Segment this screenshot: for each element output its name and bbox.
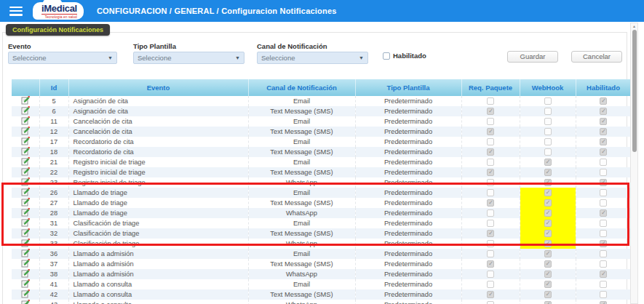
cell-canal: Text Message (SMS) <box>248 198 355 208</box>
app-bar: iMedical Tecnología en salud CONFIGURACI… <box>0 0 644 22</box>
edit-row-button[interactable] <box>21 279 30 288</box>
table-row: 42Llamado a consultaText Message (SMS)Pr… <box>12 289 631 300</box>
edit-icon <box>21 289 30 298</box>
edit-row-button[interactable] <box>21 259 30 268</box>
cell-tipo-plantilla: Predeterminado <box>355 269 461 279</box>
edit-icon <box>21 96 30 105</box>
cell-evento: Cancelación de cita <box>68 127 248 137</box>
cell-evento: Clasificación de triage <box>68 228 248 239</box>
edit-row-button[interactable] <box>21 96 30 105</box>
habilitado-row-checkbox <box>600 301 607 304</box>
evento-select[interactable]: Seleccione ▼ <box>8 52 117 64</box>
table-row: 36Llamado a admisiónEmailPredeterminado <box>12 249 631 259</box>
edit-row-button[interactable] <box>21 177 30 186</box>
habilitado-row-checkbox <box>600 159 607 166</box>
scrollbar-thumb[interactable] <box>632 30 637 152</box>
table-row: 11Cancelación de citaEmailPredeterminado <box>12 116 631 127</box>
edit-row-button[interactable] <box>21 137 30 145</box>
edit-icon <box>21 106 30 115</box>
cell-canal: Email <box>248 137 355 147</box>
edit-row-button[interactable] <box>21 157 30 166</box>
habilitado-row-checkbox <box>600 230 607 237</box>
edit-row-button[interactable] <box>21 269 30 278</box>
cell-evento: Llamado a consulta <box>68 279 248 289</box>
webhook-checkbox <box>544 97 552 105</box>
edit-row-button[interactable] <box>21 198 30 207</box>
edit-row-button[interactable] <box>21 239 30 247</box>
table-row: 28Llamado de triageWhatsAppPredeterminad… <box>12 208 631 218</box>
edit-row-button[interactable] <box>21 116 30 125</box>
column-header-webhook: WebHook <box>520 79 576 96</box>
cell-canal: Text Message (SMS) <box>248 228 355 239</box>
edit-row-button[interactable] <box>21 289 30 298</box>
cell-tipo-plantilla: Predeterminado <box>355 289 461 300</box>
canal-notificacion-select[interactable]: Seleccione ▼ <box>257 52 368 64</box>
cell-id: 12 <box>39 127 68 137</box>
edit-row-button[interactable] <box>21 228 30 237</box>
edit-row-button[interactable] <box>21 147 30 156</box>
edit-row-button[interactable] <box>21 208 30 217</box>
cell-tipo-plantilla: Predeterminado <box>355 259 461 269</box>
table-row: 21Registro inicial de triageEmailPredete… <box>12 157 631 167</box>
cell-id: 37 <box>39 259 68 269</box>
cell-evento: Recordatorio de cita <box>68 147 248 157</box>
cell-id: 38 <box>39 269 68 279</box>
habilitado-checkbox[interactable] <box>383 52 390 60</box>
edit-icon <box>21 279 30 288</box>
table-row: 26Llamado de triageEmailPredeterminado <box>12 188 631 198</box>
edit-row-button[interactable] <box>21 188 30 196</box>
cancelar-button[interactable]: Cancelar <box>571 51 622 63</box>
cell-tipo-plantilla: Predeterminado <box>355 116 461 127</box>
edit-icon <box>21 127 30 135</box>
tipo-plantilla-select-value: Seleccione <box>138 54 171 62</box>
req-paquete-checkbox <box>487 179 494 186</box>
webhook-checkbox <box>544 240 552 247</box>
column-header-habilitado: Habilitado <box>576 79 631 96</box>
cell-canal: Email <box>248 96 355 106</box>
guardar-button[interactable]: Guardar <box>507 51 558 63</box>
habilitado-row-checkbox <box>600 281 607 288</box>
webhook-checkbox <box>544 108 552 115</box>
menu-icon[interactable] <box>9 7 23 16</box>
vertical-scrollbar[interactable]: ▲ <box>630 23 638 304</box>
cell-evento: Asignación de cita <box>68 106 248 116</box>
cell-id: 5 <box>39 96 68 106</box>
cell-id: 41 <box>39 279 68 289</box>
edit-row-button[interactable] <box>21 300 30 304</box>
webhook-checkbox <box>544 271 552 278</box>
cell-id: 21 <box>39 157 68 167</box>
cell-id: 23 <box>39 177 68 188</box>
cell-evento: Clasificación de triage <box>68 218 248 228</box>
content-panel: Evento Seleccione ▼ Tipo Plantilla Selec… <box>2 32 627 304</box>
table-row: 41Llamado a consultaEmailPredeterminado <box>12 279 631 289</box>
edit-icon <box>21 300 30 304</box>
cell-id: 17 <box>39 137 68 147</box>
scroll-up-icon[interactable]: ▲ <box>632 24 637 28</box>
edit-row-button[interactable] <box>21 249 30 257</box>
chevron-down-icon: ▼ <box>108 55 113 60</box>
edit-row-button[interactable] <box>21 167 30 176</box>
logo-brand: iMedical <box>41 4 77 13</box>
req-paquete-checkbox <box>487 108 494 115</box>
cell-canal: Text Message (SMS) <box>248 167 355 177</box>
cell-tipo-plantilla: Predeterminado <box>355 106 461 116</box>
cell-tipo-plantilla: Predeterminado <box>355 208 461 218</box>
req-paquete-checkbox <box>487 118 494 125</box>
edit-row-button[interactable] <box>21 127 30 135</box>
habilitado-row-checkbox <box>600 97 607 105</box>
habilitado-row-checkbox <box>600 271 607 278</box>
req-paquete-checkbox <box>487 271 494 278</box>
edit-icon <box>21 116 30 125</box>
webhook-checkbox <box>544 169 552 176</box>
cell-canal: Email <box>248 157 355 167</box>
app-logo[interactable]: iMedical Tecnología en salud <box>33 2 84 20</box>
cell-id: 18 <box>39 147 68 157</box>
edit-row-button[interactable] <box>21 106 30 115</box>
cell-tipo-plantilla: Predeterminado <box>355 300 461 304</box>
notifications-table: IdEventoCanal de NotificaciónTipo Planti… <box>12 79 632 304</box>
edit-row-button[interactable] <box>21 218 30 227</box>
cell-id: 43 <box>39 300 68 304</box>
tipo-plantilla-select[interactable]: Seleccione ▼ <box>133 52 245 64</box>
tab-configuracion-notificaciones[interactable]: Configuración Notificaciones <box>6 24 110 36</box>
cell-tipo-plantilla: Predeterminado <box>355 239 461 249</box>
